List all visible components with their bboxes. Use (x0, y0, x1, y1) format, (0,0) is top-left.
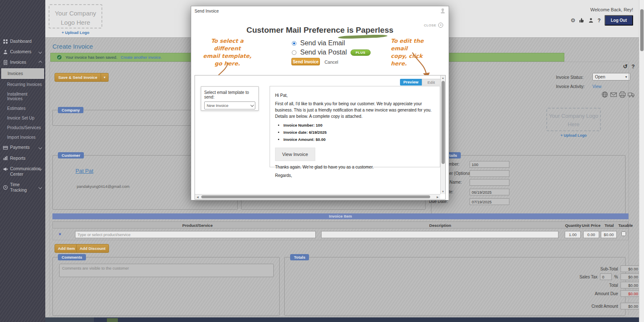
invoice-upload-logo-link[interactable]: + Upload Logo (546, 133, 601, 138)
profile-icon[interactable] (588, 18, 594, 23)
plus-badge: PLUS (351, 49, 370, 56)
sales-tax-input[interactable] (600, 273, 612, 280)
total-label: Total (609, 283, 618, 288)
sidebar-item-payments[interactable]: Payments (0, 142, 45, 153)
invoice-date-field[interactable] (470, 189, 509, 195)
modal-title: Send Invoice (195, 9, 219, 13)
horizontal-scrollbar[interactable]: ◀ ▶ (195, 194, 440, 199)
dashboard-icon (3, 39, 8, 44)
sidebar-item-reports[interactable]: Reports (0, 153, 45, 164)
vertical-scrollbar[interactable]: ▲ ▼ (440, 75, 445, 194)
sidebar-subitem-estimates[interactable]: Estimates (0, 104, 45, 113)
totals-section-box (284, 257, 626, 316)
sidebar-subitem-import-invoices[interactable]: Import Invoices (0, 132, 45, 142)
green-brush-underline (338, 34, 387, 39)
sidebar-subitem-products-services[interactable]: Products/Services (0, 123, 45, 132)
page-scrollbar[interactable] (639, 0, 644, 322)
sales-tax-label: Sales Tax (579, 275, 597, 279)
sidebar-subitem-installment-invoices[interactable]: Installment Invoices (0, 89, 45, 104)
total-input[interactable] (601, 231, 617, 238)
help-icon[interactable]: ? (631, 63, 635, 70)
radio-unselected-icon[interactable] (292, 50, 296, 55)
scrollbar-thumb[interactable] (640, 9, 644, 51)
sidebar-item-invoices[interactable]: Invoices (0, 57, 45, 68)
col-total: Total (605, 223, 614, 228)
person-icon (3, 49, 8, 55)
gear-icon[interactable]: ⚙ (571, 18, 576, 23)
tab-edit[interactable]: Edit (422, 79, 441, 86)
invoice-number-field[interactable] (470, 161, 509, 168)
sidebar-item-communication-center[interactable]: Communication Center (0, 164, 45, 179)
check-icon: ✓ (57, 55, 62, 60)
quantity-input[interactable] (565, 231, 581, 238)
subtotal-label: Sub-Total (600, 267, 618, 271)
col-taxable: Taxable (618, 223, 633, 228)
email-template-select[interactable]: New Invoice (204, 101, 255, 109)
scroll-right-icon[interactable]: ▶ (436, 195, 439, 198)
product-service-input[interactable] (75, 231, 316, 238)
template-select-label: Select email template to send: (204, 90, 255, 99)
thumbs-up-icon[interactable] (579, 18, 584, 23)
sidebar-item-time-tracking[interactable]: Time Tracking (0, 179, 45, 195)
description-input[interactable] (321, 231, 558, 238)
email-signature: Regards, (275, 172, 435, 179)
invoice-item-header-bar: Invoice Item (52, 213, 628, 219)
send-invoice-button[interactable]: Send Invoice (291, 58, 320, 65)
sales-rep-field[interactable] (470, 179, 509, 186)
company-logo-placeholder[interactable]: Your Company Logo Here (49, 4, 102, 29)
list-item: Invoice Amount: $0.00 (283, 137, 435, 143)
credit-amount-label: Credit Amount (592, 304, 618, 309)
delete-row-icon[interactable]: × (59, 232, 61, 236)
help-icon[interactable]: ? (597, 18, 600, 23)
list-item: Invoice date: 6/19/2025 (283, 130, 435, 135)
due-date-field[interactable] (470, 198, 509, 205)
comments-section-tag: Comments (58, 254, 86, 260)
comments-textarea[interactable] (59, 264, 274, 277)
template-selector-box: Select email template to send: New Invoi… (201, 86, 259, 111)
sidebar-subitem-invoices[interactable]: Invoices (1, 68, 44, 79)
invoice-icon (3, 60, 8, 65)
sidebar-subitem-recurring-invoices[interactable]: Recurring Invoices (0, 80, 45, 89)
email-greeting: Hi Pat, (275, 92, 435, 99)
sidebar: Dashboard Customers Invoices Invoices Re… (0, 0, 45, 322)
cancel-link[interactable]: Cancel (325, 60, 338, 65)
logout-button[interactable]: Log Out (605, 15, 633, 26)
customer-name-link[interactable]: Pat Pat (75, 168, 93, 174)
scroll-up-icon[interactable]: ▲ (441, 77, 445, 79)
add-item-button[interactable]: Add Item (55, 244, 78, 253)
total-value: $0.00 (621, 282, 641, 288)
upload-logo-link[interactable]: + Upload Logo (49, 30, 102, 35)
totals-section-tag: Totals (290, 254, 309, 260)
footer-segment-green (107, 318, 118, 322)
clock-icon (3, 185, 8, 190)
welcome-message: Welcome Back, Rey! (590, 7, 633, 12)
success-message: Your invoice has been saved. (65, 55, 117, 60)
po-number-field[interactable] (470, 170, 509, 177)
footer-bar (45, 317, 644, 322)
scroll-left-icon[interactable]: ◀ (197, 195, 199, 198)
amount-due-value: $0.00 (621, 290, 641, 297)
sales-tax-value: $0.00 (621, 273, 641, 280)
item-table-header: Product/Service Description Quantity Uni… (52, 221, 628, 229)
credit-amount-value: $0.00 (621, 303, 641, 309)
scrollbar-thumb[interactable] (201, 195, 430, 198)
send-via-email-option[interactable]: Send via Email (292, 39, 345, 47)
sidebar-subitem-invoice-set-up[interactable]: Invoice Set Up (0, 113, 45, 123)
view-invoice-button[interactable]: View Invoice (275, 148, 315, 161)
scrollbar-thumb[interactable] (441, 81, 445, 164)
create-another-invoice-link[interactable]: Create another invoice. (121, 55, 162, 60)
sidebar-item-customers[interactable]: Customers (0, 47, 45, 57)
taxable-checkbox[interactable] (621, 231, 626, 236)
email-closing: Thanks again. We're glad to have you as … (275, 164, 435, 170)
chevron-down-icon (250, 103, 254, 106)
send-via-postal-option[interactable]: Send via Postal PLUS (292, 49, 371, 56)
radio-selected-icon[interactable] (292, 41, 296, 46)
scroll-down-icon[interactable]: ▼ (441, 190, 445, 193)
tab-preview[interactable]: Preview (400, 79, 422, 86)
subtotal-value: $0.00 (621, 265, 641, 272)
add-discount-button[interactable]: Add Discount (76, 244, 109, 253)
page-title: Create Invoice (52, 43, 93, 50)
unit-price-input[interactable] (583, 231, 599, 238)
invoice-logo-placeholder[interactable]: Your Company Logo Here (546, 108, 601, 131)
sidebar-item-dashboard[interactable]: Dashboard (0, 36, 45, 47)
